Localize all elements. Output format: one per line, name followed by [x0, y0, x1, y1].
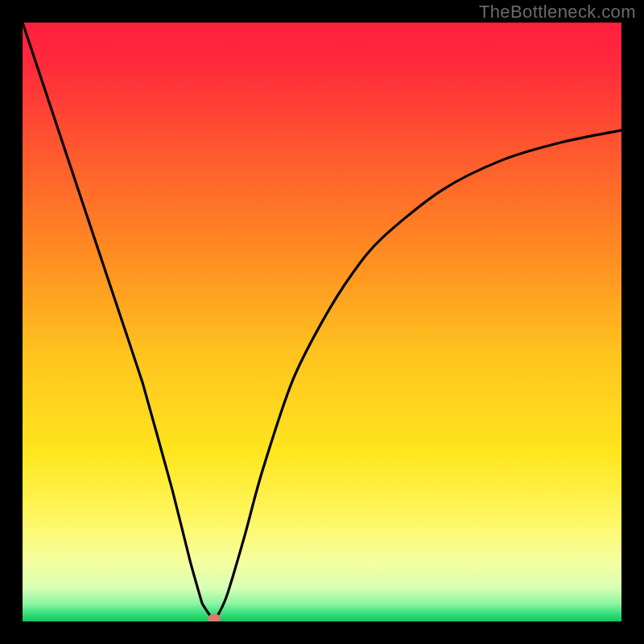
plot-area [23, 23, 621, 621]
chart-frame: TheBottleneck.com [0, 0, 644, 644]
watermark-text: TheBottleneck.com [479, 2, 636, 23]
chart-svg [23, 23, 621, 621]
